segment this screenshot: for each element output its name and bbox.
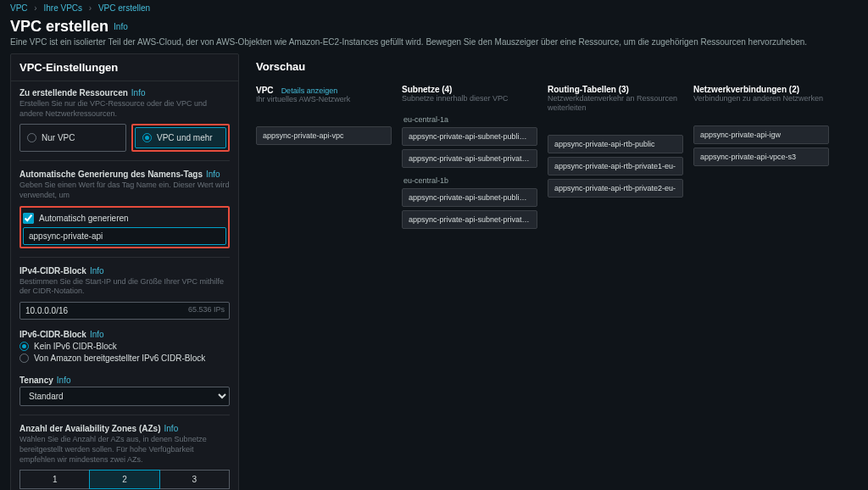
col-vpc-title: VPC <box>256 86 274 95</box>
col-subnets: Subnetze (4) Subnetze innerhalb dieser V… <box>402 85 537 229</box>
panel-title: VPC-Einstellungen <box>11 54 238 81</box>
info-link[interactable]: Info <box>57 376 71 385</box>
col-vpc: VPC Details anzeigen Ihr virtuelles AWS-… <box>256 85 392 145</box>
preview-title: Vorschau <box>256 53 858 85</box>
az-option-3[interactable]: 3 <box>159 470 230 489</box>
col-routes: Routing-Tabellen (3) Netzwerkdatenverkeh… <box>548 85 683 198</box>
nametag-help: Geben Sie einen Wert für das Tag Name ei… <box>19 181 230 200</box>
info-link[interactable]: Info <box>90 266 104 276</box>
tenancy-label: Tenancy <box>19 376 53 385</box>
ipv6-amazon-radio[interactable]: Von Amazon bereitgestellter IPv6 CIDR-Bl… <box>19 354 230 363</box>
radio-icon <box>27 133 36 142</box>
tile-vpc-and-more[interactable]: VPC und mehr <box>135 127 226 148</box>
ipv4-help: Bestimmen Sie die Start-IP und die Größe… <box>19 277 230 297</box>
breadcrumb-current: VPC erstellen <box>98 3 150 13</box>
page-description: Eine VPC ist ein isolierter Teil der AWS… <box>0 36 868 53</box>
info-link[interactable]: Info <box>90 330 104 339</box>
page-title: VPC erstellen Info <box>0 16 868 36</box>
node-vpc[interactable]: appsync-private-api-vpc <box>256 126 392 145</box>
details-link[interactable]: Details anzeigen <box>281 86 338 95</box>
col-subnets-title: Subnetze (4) <box>402 85 537 94</box>
chevron-right-icon: › <box>34 3 36 13</box>
node-route[interactable]: appsync-private-api-rtb-public <box>548 135 683 153</box>
radio-icon <box>142 133 152 142</box>
highlight-box: Automatisch generieren <box>19 206 230 248</box>
az-segment-group: 1 2 3 <box>19 470 230 489</box>
node-route[interactable]: appsync-private-api-rtb-private2-eu- <box>548 179 683 198</box>
info-link[interactable]: Info <box>114 22 128 31</box>
breadcrumb-your-vpcs[interactable]: Ihre VPCs <box>43 3 82 13</box>
tile-vpc-only[interactable]: Nur VPC <box>19 124 126 152</box>
resources-label: Zu erstellende Ressourcen <box>19 88 128 97</box>
ipv4-label: IPv4-CIDR-Block <box>19 266 86 276</box>
chevron-right-icon: › <box>89 3 92 13</box>
settings-panel: VPC-Einstellungen Zu erstellende Ressour… <box>10 53 239 490</box>
node-subnet[interactable]: appsync-private-api-subnet-public2-eu- <box>402 188 537 207</box>
breadcrumb-vpc[interactable]: VPC <box>10 3 28 13</box>
az-label: Anzahl der Availability Zones (AZs) <box>19 424 161 433</box>
col-routes-title: Routing-Tabellen (3) <box>548 85 683 94</box>
radio-icon <box>19 354 29 363</box>
az-option-1[interactable]: 1 <box>19 470 90 489</box>
info-link[interactable]: Info <box>131 88 146 97</box>
node-conn[interactable]: appsync-private-api-igw <box>693 125 829 144</box>
breadcrumb: VPC › Ihre VPCs › VPC erstellen <box>0 0 868 16</box>
nametag-label: Automatische Generierung des Namens-Tags <box>19 170 203 179</box>
ipv4-count: 65.536 IPs <box>188 305 225 314</box>
auto-generate-checkbox[interactable]: Automatisch generieren <box>23 213 226 224</box>
node-subnet[interactable]: appsync-private-api-subnet-private1-eu- <box>402 149 537 168</box>
ipv6-none-radio[interactable]: Kein IPv6 CIDR-Block <box>19 342 230 351</box>
col-vpc-sub: Ihr virtuelles AWS-Netzwerk <box>256 95 392 104</box>
az-label-1a: eu-central-1a <box>402 115 537 124</box>
tenancy-select[interactable]: Standard <box>19 387 230 406</box>
name-input[interactable] <box>23 227 226 245</box>
ipv6-label: IPv6-CIDR-Block <box>19 330 86 339</box>
node-conn[interactable]: appsync-private-api-vpce-s3 <box>693 148 829 166</box>
radio-icon <box>19 342 29 351</box>
info-link[interactable]: Info <box>164 424 179 433</box>
node-subnet[interactable]: appsync-private-api-subnet-private2-eu- <box>402 210 537 229</box>
col-subnets-sub: Subnetze innerhalb dieser VPC <box>402 94 537 103</box>
az-help: Wählen Sie die Anzahl der AZs aus, in de… <box>19 435 230 465</box>
col-conns-sub: Verbindungen zu anderen Netzwerken <box>693 94 829 103</box>
info-link[interactable]: Info <box>206 170 220 179</box>
col-routes-sub: Netzwerkdatenverkehr an Ressourcen weite… <box>548 94 683 113</box>
resources-help: Erstellen Sie nur die VPC-Ressource oder… <box>19 99 230 119</box>
col-conns: Netzwerkverbindungen (2) Verbindungen zu… <box>693 85 829 166</box>
az-option-2[interactable]: 2 <box>89 470 159 489</box>
highlight-box: VPC und mehr <box>131 124 230 152</box>
node-subnet[interactable]: appsync-private-api-subnet-public1-eu- <box>402 127 537 146</box>
az-label-1b: eu-central-1b <box>402 176 537 185</box>
preview-pane: Vorschau VPC Details anzeigen Ihr virtue… <box>256 53 858 490</box>
node-route[interactable]: appsync-private-api-rtb-private1-eu- <box>548 157 683 175</box>
col-conns-title: Netzwerkverbindungen (2) <box>693 85 829 94</box>
